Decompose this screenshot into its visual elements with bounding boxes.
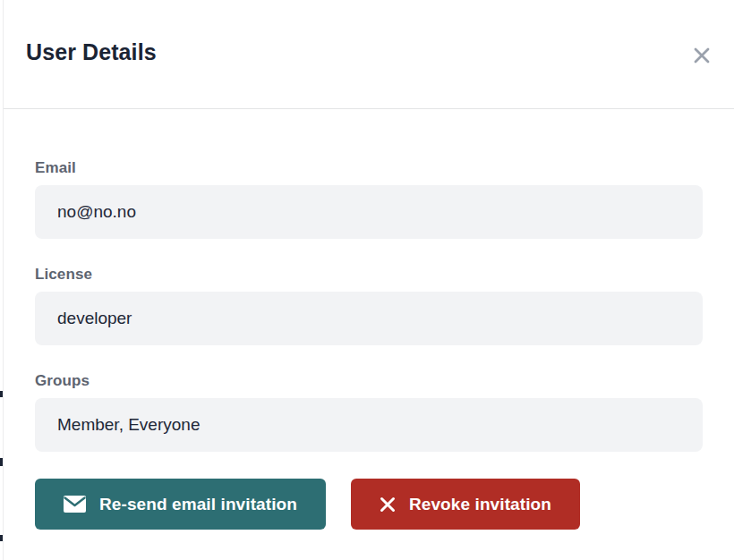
background-text-fragment bbox=[0, 458, 3, 466]
license-label: License bbox=[35, 266, 703, 284]
background-text-fragment bbox=[0, 391, 3, 397]
user-details-modal: User Details Email License Groups bbox=[3, 0, 734, 560]
email-field[interactable] bbox=[35, 185, 703, 239]
screen: User Details Email License Groups bbox=[0, 0, 734, 560]
background-text-fragment bbox=[0, 535, 3, 541]
close-x-icon bbox=[691, 45, 713, 69]
revoke-invitation-button[interactable]: Revoke invitation bbox=[351, 479, 580, 530]
license-field[interactable] bbox=[35, 292, 703, 345]
groups-field-group: Groups bbox=[35, 372, 703, 452]
groups-label: Groups bbox=[35, 372, 703, 390]
license-field-group: License bbox=[35, 266, 703, 345]
revoke-invitation-label: Revoke invitation bbox=[409, 495, 551, 514]
modal-body: Email License Groups bbox=[4, 109, 734, 530]
email-field-group: Email bbox=[35, 159, 703, 239]
resend-invitation-button[interactable]: Re-send email invitation bbox=[35, 479, 326, 530]
envelope-icon bbox=[64, 496, 86, 513]
modal-header: User Details bbox=[4, 0, 734, 109]
x-icon bbox=[380, 496, 396, 513]
email-label: Email bbox=[35, 159, 703, 177]
modal-title: User Details bbox=[26, 39, 157, 65]
groups-field[interactable] bbox=[35, 398, 703, 452]
action-button-row: Re-send email invitation Revoke invitati… bbox=[35, 479, 703, 530]
background-page-sliver bbox=[0, 0, 3, 560]
close-button[interactable] bbox=[686, 40, 718, 72]
resend-invitation-label: Re-send email invitation bbox=[99, 495, 297, 514]
